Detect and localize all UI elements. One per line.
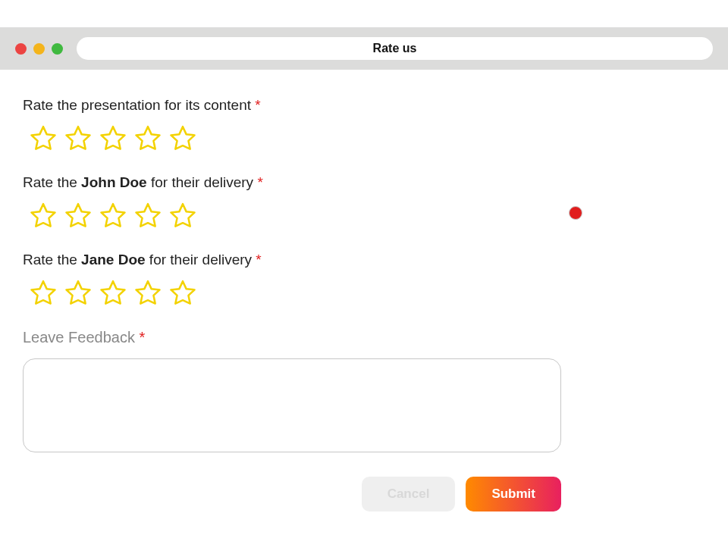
button-row: Cancel Submit [23,477,561,512]
label-bold: John Doe [81,174,147,190]
star-icon[interactable] [64,202,93,230]
star-icon[interactable] [99,202,127,230]
label-text: Leave Feedback [23,329,139,346]
star-icon[interactable] [133,279,162,308]
star-icon[interactable] [64,124,93,153]
rating-field-jane: Rate the Jane Doe for their delivery * [23,252,560,308]
window-zoom-icon[interactable] [52,43,63,55]
required-marker: * [139,329,145,346]
star-rating-jane[interactable] [23,279,560,308]
label-text: Rate the presentation for its content [23,97,255,113]
title-pill: Rate us [77,37,713,60]
window-titlebar: Rate us [0,27,728,70]
label-text: Rate the [23,174,81,190]
cancel-button[interactable]: Cancel [362,477,456,512]
star-icon[interactable] [168,124,197,153]
rating-field-content: Rate the presentation for its content * [23,97,560,153]
required-marker: * [256,252,261,267]
page-title: Rate us [373,42,417,55]
star-rating-john[interactable] [23,202,560,230]
star-icon[interactable] [133,124,162,153]
feedback-field: Leave Feedback * [23,329,560,455]
star-icon[interactable] [99,279,127,308]
rating-label-content: Rate the presentation for its content * [23,97,560,114]
label-bold: Jane Doe [81,252,145,267]
feedback-textarea[interactable] [23,358,561,452]
star-icon[interactable] [29,124,58,153]
feedback-label: Leave Feedback * [23,329,560,346]
star-icon[interactable] [64,279,93,308]
star-icon[interactable] [29,202,58,230]
star-icon[interactable] [29,279,58,308]
label-text: Rate the [23,252,81,267]
window-minimize-icon[interactable] [33,43,45,55]
window-close-icon[interactable] [15,43,27,55]
star-icon[interactable] [168,202,197,230]
required-marker: * [257,174,262,190]
record-indicator-icon [569,206,582,220]
star-rating-content[interactable] [23,124,560,153]
submit-button[interactable]: Submit [466,477,561,512]
traffic-lights [15,43,63,55]
rating-field-john: Rate the John Doe for their delivery * [23,174,560,230]
star-icon[interactable] [168,279,197,308]
required-marker: * [255,97,260,113]
form-content: Rate the presentation for its content * … [0,70,582,512]
label-text: for their delivery [146,252,256,267]
label-text: for their delivery [147,174,258,190]
rating-label-jane: Rate the Jane Doe for their delivery * [23,252,560,268]
rating-label-john: Rate the John Doe for their delivery * [23,174,560,191]
star-icon[interactable] [133,202,162,230]
star-icon[interactable] [99,124,127,153]
